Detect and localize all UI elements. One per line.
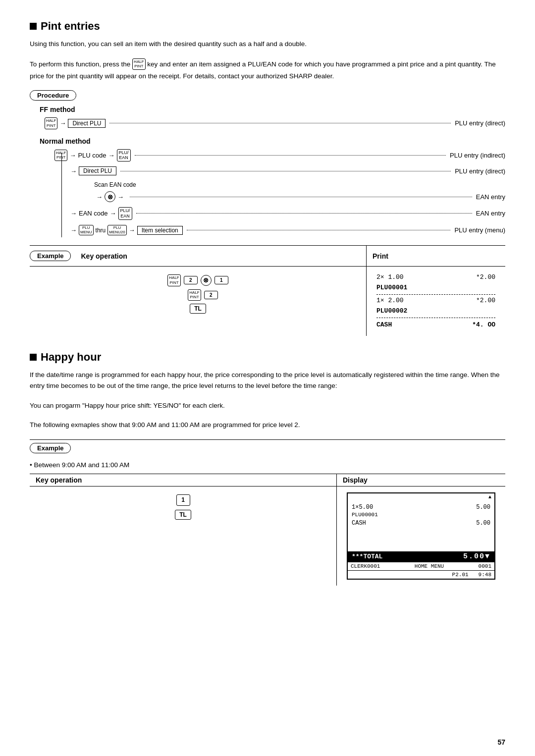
- ean-entry-scan: EAN entry: [476, 193, 505, 201]
- arrow-menu2: →: [129, 226, 135, 234]
- plu-entry-indirect-label: PLU entry (indirect): [450, 152, 505, 159]
- dots-n2: [120, 171, 451, 171]
- print-div1: [376, 294, 495, 295]
- pint-entries-title: Pint entries: [30, 20, 505, 33]
- normal-row1: HALFPINT → PLU code → PLU/EAN PLU entry …: [54, 149, 505, 162]
- example-key-header: Example Key operation: [30, 246, 367, 266]
- dots-n1: [135, 155, 446, 156]
- num1-happy: 1: [176, 494, 190, 506]
- page-number: 57: [497, 738, 505, 746]
- footer-clerk: CLERK0001: [351, 563, 380, 569]
- display-total-bar: ***TOTAL 5.00▼: [348, 551, 494, 562]
- example-box-pint: Example: [30, 251, 71, 261]
- print-line3: CASH *4. OO: [376, 320, 495, 330]
- display-content: 1×5.00 5.00 PLU00001 CASH 5.00: [348, 500, 494, 551]
- scan-icon: ⊗: [105, 191, 115, 202]
- print-total1: *2.00: [476, 272, 495, 283]
- scan-ean-area: Scan EAN code: [94, 180, 505, 188]
- procedure-label: Procedure: [30, 90, 76, 101]
- plu-code-label: PLU code: [78, 152, 106, 159]
- plu-menu-key: PLUMENU: [79, 225, 94, 236]
- print-plu1: PLU00001: [376, 283, 495, 293]
- display-qty1: 1×5.00: [352, 503, 373, 512]
- thru-label: thru: [96, 227, 106, 234]
- plu-entry-menu-label: PLU entry (menu): [454, 226, 505, 234]
- print-plu2: PLU00002: [376, 306, 495, 317]
- dots-menu: [187, 230, 451, 230]
- triangle-indicator: ▲: [488, 494, 491, 500]
- key-op-col-pint: HALFPINT 2 ⊗ 1 HALFPINT 2 TL: [30, 267, 367, 336]
- print-div2: [376, 318, 495, 318]
- happy-hour-example-box: Example: [30, 443, 71, 453]
- happy-key-op-label: Key operation: [36, 476, 82, 484]
- arrow-scan: →: [96, 193, 103, 201]
- normal-row2: → Direct PLU PLU entry (direct): [68, 166, 505, 175]
- plu-menu20-key: PLUMENU20: [107, 225, 126, 236]
- display-cash: CASH: [352, 519, 366, 528]
- normal-row4: → EAN code → PLU/EAN EAN entry: [68, 207, 505, 220]
- happy-hour-example-section: Example • Between 9:00 AM and 11:00 AM K…: [30, 439, 505, 586]
- example-header-pint: Example Key operation Print: [30, 246, 505, 267]
- display-row1: 1×5.00 5.00: [352, 503, 490, 512]
- happy-table-body: 1 TL ▲ 1×5.00 5.00: [30, 486, 505, 586]
- happy-table-header: Key operation Display: [30, 474, 505, 486]
- happy-hour-section: Happy hour If the date/time range is pro…: [30, 351, 505, 585]
- example-body-pint: HALFPINT 2 ⊗ 1 HALFPINT 2 TL: [30, 267, 505, 336]
- print-col-pint: 2× 1.00 *2.00 PLU00001 1× 2.00 *2.00 PLU…: [367, 267, 505, 336]
- happy-hour-title: Happy hour: [30, 351, 505, 364]
- arrow-n1a: →: [69, 152, 76, 159]
- display-plu1: PLU00001: [352, 512, 490, 518]
- example-section-pint: Example Key operation Print HALFPINT 2 ⊗…: [30, 245, 505, 336]
- dots-ff: [109, 123, 451, 123]
- happy-display-col: ▲ 1×5.00 5.00 PLU00001 CASH: [337, 486, 505, 586]
- display-total-val: 5.00▼: [463, 552, 490, 561]
- arrow-ean2: →: [110, 210, 116, 217]
- happy-key-op-header: Key operation: [30, 474, 337, 486]
- pint-entries-desc1: Using this function, you can sell an ite…: [30, 39, 505, 50]
- display-empty3: [352, 541, 490, 548]
- pint-entries-section: Pint entries Using this function, you ca…: [30, 20, 505, 336]
- display-total-label: ***TOTAL: [352, 553, 382, 560]
- happy-display-label: Display: [343, 476, 368, 484]
- half-pint-key-ex2: HALFPINT: [188, 289, 201, 301]
- half-pint-key-inline: HALFPINT: [132, 58, 145, 70]
- procedure-section: Procedure FF method HALFPINT → Direct PL…: [30, 90, 505, 235]
- half-pint-key-normal: HALFPINT: [54, 150, 67, 161]
- print-header-label: Print: [373, 250, 388, 262]
- scan-ean-label: Scan EAN code: [94, 181, 136, 188]
- item-selection-label: Item selection: [137, 226, 183, 235]
- display-empty2: [352, 535, 490, 541]
- happy-example-table: Key operation Display 1 TL ▲: [30, 474, 505, 586]
- tl-key-ex: TL: [190, 304, 206, 314]
- arrow-n2: →: [70, 167, 77, 175]
- key-row2-pint: HALFPINT 2: [188, 289, 217, 301]
- happy-hour-desc1: If the date/time range is programmed for…: [30, 370, 505, 391]
- half-pint-key-ex1: HALFPINT: [167, 274, 180, 286]
- ff-method-row: HALFPINT → Direct PLU PLU entry (direct): [45, 117, 505, 129]
- num2-key-ex: 2: [184, 276, 198, 284]
- vert-connector: [61, 153, 62, 237]
- display-empty1: [352, 528, 490, 535]
- normal-row3: → ⊗ → EAN entry: [94, 191, 505, 202]
- ean-code-label: EAN code: [79, 210, 108, 217]
- print-line2: 1× 2.00 *2.00: [376, 296, 495, 306]
- direct-plu-ff: Direct PLU: [68, 119, 106, 128]
- dots-ean: [136, 213, 472, 214]
- display-triangle-row: ▲: [348, 493, 494, 500]
- ff-method-diagram: HALFPINT → Direct PLU PLU entry (direct): [45, 117, 505, 129]
- footer-home: HOME MENU: [415, 563, 444, 569]
- display-footer: CLERK0001 HOME MENU 0001: [348, 562, 494, 570]
- arrow-ean: →: [70, 210, 77, 217]
- key-sequence-pint: HALFPINT 2 ⊗ 1 HALFPINT 2 TL: [40, 274, 356, 313]
- arrow-n1b: →: [108, 152, 115, 159]
- half-pint-key-ff: HALFPINT: [45, 117, 57, 129]
- cross-key-ex: ⊗: [201, 275, 212, 286]
- print-receipt: 2× 1.00 *2.00 PLU00001 1× 2.00 *2.00 PLU…: [376, 272, 495, 330]
- print-total2: *2.00: [476, 296, 495, 306]
- plu-ean-key2: PLU/EAN: [118, 207, 132, 220]
- direct-plu-normal: Direct PLU: [79, 166, 116, 175]
- print-cash: CASH: [376, 320, 392, 330]
- print-line1: 2× 1.00 *2.00: [376, 272, 495, 283]
- print-qty2: 1× 2.00: [376, 296, 404, 306]
- key-row1-pint: HALFPINT 2 ⊗ 1: [167, 274, 228, 286]
